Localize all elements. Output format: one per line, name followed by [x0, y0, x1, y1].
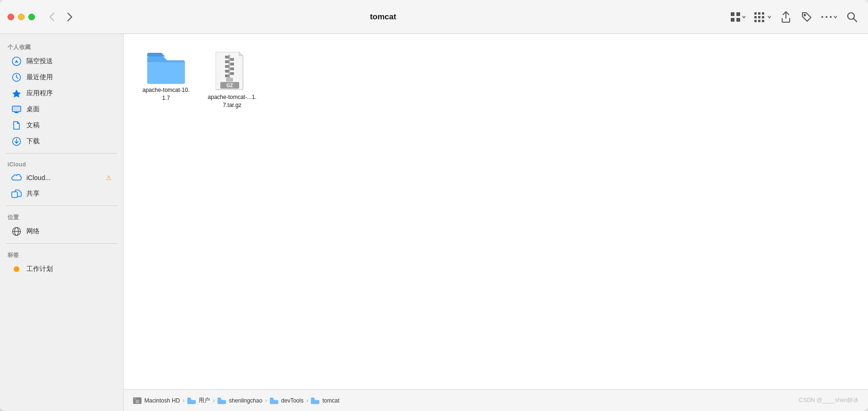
- svg-rect-43: [226, 78, 233, 82]
- svg-point-15: [826, 16, 827, 18]
- sidebar-item-airdrop[interactable]: 隔空投送: [4, 54, 119, 69]
- svg-rect-5: [758, 12, 760, 15]
- folder-icon: [147, 52, 185, 82]
- svg-rect-34: [225, 56, 229, 58]
- network-icon: [11, 226, 22, 237]
- sidebar-item-apps-label: 应用程序: [26, 89, 53, 98]
- toolbar-actions: [728, 8, 860, 25]
- search-button[interactable]: [843, 8, 860, 25]
- svg-rect-41: [230, 67, 234, 70]
- file-item-archive[interactable]: GZ apache-tomcat-...1.7.tar.gz: [204, 48, 260, 113]
- svg-point-14: [821, 16, 823, 18]
- svg-rect-40: [230, 63, 234, 66]
- icloud-section-label: iCloud: [0, 157, 123, 170]
- traffic-lights: [8, 14, 35, 20]
- svg-text:GZ: GZ: [226, 83, 233, 88]
- breadcrumb-user[interactable]: shenlingchao: [217, 396, 262, 405]
- svg-rect-35: [225, 60, 229, 63]
- watermark: CSDN @____shen静冰: [799, 396, 859, 404]
- users-folder-icon: [187, 396, 196, 405]
- tomcat-folder-icon: [311, 396, 319, 405]
- sidebar: 个人收藏 隔空投送: [0, 34, 124, 411]
- svg-rect-37: [225, 70, 229, 73]
- svg-rect-6: [762, 12, 764, 15]
- window-title: tomcat: [38, 12, 728, 22]
- breadcrumb-devtools[interactable]: devTools: [270, 396, 303, 405]
- sidebar-item-downloads[interactable]: 下载: [4, 134, 119, 149]
- main-area: 个人收藏 隔空投送: [0, 34, 868, 411]
- location-section-label: 位置: [0, 210, 123, 223]
- sidebar-item-apps[interactable]: 应用程序: [4, 86, 119, 101]
- svg-point-16: [830, 16, 832, 18]
- apps-icon: [11, 88, 22, 99]
- tags-section-label: 标签: [0, 247, 123, 261]
- sidebar-item-worktag-label: 工作计划: [26, 265, 53, 273]
- svg-rect-8: [758, 16, 760, 18]
- breadcrumb-tomcat-label: tomcat: [322, 397, 339, 404]
- svg-rect-36: [225, 65, 229, 68]
- sidebar-item-network-label: 网络: [26, 227, 40, 236]
- sidebar-item-desktop-label: 桌面: [26, 105, 40, 114]
- grid-view-button[interactable]: [728, 10, 748, 24]
- sidebar-item-shared-label: 共享: [26, 189, 40, 198]
- sidebar-item-documents-label: 文稿: [26, 121, 40, 130]
- sidebar-divider-2: [6, 206, 117, 206]
- sidebar-item-airdrop-label: 隔空投送: [26, 57, 53, 66]
- breadcrumb-users-label: 用户: [199, 396, 210, 404]
- breadcrumb-sep-4: ›: [306, 397, 308, 404]
- svg-rect-39: [230, 58, 234, 61]
- file-item-folder[interactable]: apache-tomcat-10.1.7: [138, 48, 194, 113]
- svg-point-13: [804, 14, 806, 16]
- minimize-button[interactable]: [18, 14, 25, 20]
- svg-rect-9: [762, 16, 764, 18]
- download-icon: [11, 136, 22, 147]
- sidebar-item-recent[interactable]: 最近使用: [4, 70, 119, 85]
- breadcrumb-tomcat[interactable]: tomcat: [311, 396, 339, 405]
- sidebar-item-icloud[interactable]: iCloud... ⚠: [4, 170, 119, 185]
- file-archive-name: apache-tomcat-...1.7.tar.gz: [208, 93, 257, 109]
- sidebar-item-shared[interactable]: 共享: [4, 186, 119, 201]
- breadcrumb-hd[interactable]: Macintosh HD: [133, 396, 180, 405]
- svg-rect-2: [731, 18, 734, 22]
- finder-window: tomcat: [0, 0, 868, 411]
- sidebar-item-desktop[interactable]: 桌面: [4, 102, 119, 117]
- tag-button[interactable]: [798, 8, 815, 25]
- breadcrumb-users[interactable]: 用户: [187, 396, 210, 405]
- svg-rect-10: [754, 20, 757, 22]
- svg-rect-0: [731, 12, 734, 16]
- sidebar-item-downloads-label: 下载: [26, 137, 40, 146]
- svg-rect-49: [134, 398, 136, 399]
- svg-rect-23: [12, 106, 21, 112]
- clock-icon: [11, 72, 22, 82]
- content-area: apache-tomcat-10.1.7: [124, 34, 868, 411]
- close-button[interactable]: [8, 14, 14, 20]
- svg-rect-28: [12, 192, 17, 197]
- sidebar-item-icloud-label: iCloud...: [26, 174, 50, 181]
- desktop-icon: [11, 104, 22, 115]
- svg-line-22: [17, 77, 18, 79]
- devtools-folder-icon: [270, 396, 278, 405]
- share-button[interactable]: [777, 8, 794, 25]
- statusbar: Macintosh HD › 用户 ›: [124, 389, 868, 411]
- favorites-section-label: 个人收藏: [0, 40, 123, 53]
- breadcrumb-devtools-label: devTools: [281, 397, 303, 404]
- maximize-button[interactable]: [28, 14, 35, 20]
- shared-icon: [11, 189, 22, 199]
- files-grid: apache-tomcat-10.1.7: [124, 34, 868, 389]
- svg-rect-38: [225, 74, 229, 77]
- hd-breadcrumb-icon: [133, 396, 142, 405]
- sidebar-item-network[interactable]: 网络: [4, 224, 119, 239]
- sidebar-item-worktag[interactable]: 工作计划: [4, 262, 119, 277]
- icloud-icon: [11, 173, 22, 183]
- breadcrumb-sep-1: ›: [183, 397, 184, 404]
- sidebar-item-recent-label: 最近使用: [26, 73, 53, 82]
- user-folder-icon: [217, 396, 226, 405]
- svg-rect-42: [230, 72, 234, 75]
- more-button[interactable]: [819, 13, 840, 21]
- file-folder-name: apache-tomcat-10.1.7: [142, 86, 191, 102]
- svg-line-18: [854, 18, 857, 22]
- svg-rect-11: [758, 20, 760, 22]
- list-view-button[interactable]: [752, 10, 774, 24]
- breadcrumb-sep-3: ›: [265, 397, 267, 404]
- sidebar-item-documents[interactable]: 文稿: [4, 118, 119, 133]
